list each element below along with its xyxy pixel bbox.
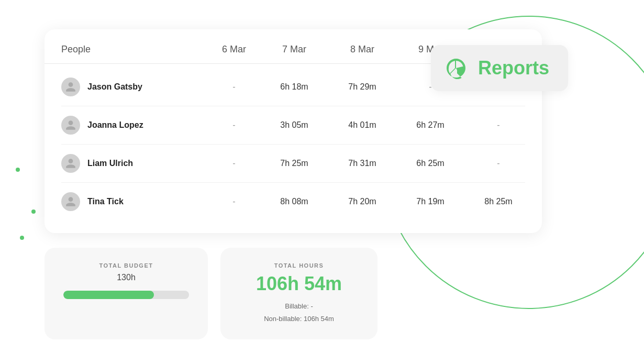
person-cell: Liam Ulrich [61,154,208,173]
time-cell-3: 6h 27m [396,120,464,130]
bottom-cards: TOTAL BUDGET 130h TOTAL HOURS 106h 54m B… [45,248,610,339]
time-cell-2: 7h 20m [328,197,396,206]
time-cell-0: - [208,82,260,92]
time-cell-1: 8h 08m [260,197,328,206]
hours-meta: Billable: - Non-billable: 106h 54m [239,300,359,325]
time-cell-4: 8h 25m [464,197,532,206]
reports-badge: Reports [431,45,568,91]
time-cell-3: 7h 19m [396,197,464,206]
time-cell-0: - [208,197,260,206]
dot-decoration-1 [16,168,20,172]
progress-bar-container [63,291,189,299]
col-people: People [61,44,208,55]
col-date-0: 6 Mar [208,44,260,55]
time-cell-1: 7h 25m [260,159,328,168]
total-hours-value: 106h 54m [239,273,359,295]
avatar [61,78,80,96]
col-date-2: 8 Mar [328,44,396,55]
time-cell-3: 6h 25m [396,159,464,168]
budget-label: TOTAL BUDGET [63,262,189,269]
table-row: Liam Ulrich -7h 25m7h 31m6h 25m- [61,145,525,183]
person-cell: Joanna Lopez [61,116,208,135]
avatar [61,116,80,135]
time-cell-0: - [208,159,260,168]
time-cell-2: 7h 29m [328,82,396,92]
person-cell: Jason Gatsby [61,78,208,96]
time-cell-1: 6h 18m [260,82,328,92]
budget-card: TOTAL BUDGET 130h [45,248,208,339]
reports-label: Reports [478,57,549,79]
hours-label: TOTAL HOURS [239,262,359,269]
table-row: Joanna Lopez -3h 05m4h 01m6h 27m- [61,106,525,145]
hours-card: TOTAL HOURS 106h 54m Billable: - Non-bil… [220,248,377,339]
content-area: Reports People 6 Mar 7 Mar 8 Mar 9 Mar 1… [34,14,610,339]
avatar [61,154,80,173]
person-cell: Tina Tick [61,192,208,211]
person-name: Tina Tick [87,197,124,206]
billable-line: Billable: - [239,300,359,312]
budget-value: 130h [63,273,189,282]
col-date-1: 7 Mar [260,44,328,55]
main-container: Reports People 6 Mar 7 Mar 8 Mar 9 Mar 1… [0,0,644,353]
dot-decoration-4 [20,236,24,240]
time-cell-2: 7h 31m [328,159,396,168]
table-row: Tina Tick -8h 08m7h 20m7h 19m8h 25m [61,183,525,220]
time-cell-1: 3h 05m [260,120,328,130]
avatar [61,192,80,211]
non-billable-line: Non-billable: 106h 54m [239,313,359,325]
person-name: Liam Ulrich [87,159,133,168]
time-cell-2: 4h 01m [328,120,396,130]
person-name: Jason Gatsby [87,82,142,92]
time-cell-4: - [464,120,532,130]
time-cell-0: - [208,120,260,130]
person-name: Joanna Lopez [87,120,143,130]
reports-icon [443,56,469,81]
time-cell-4: - [464,159,532,168]
progress-bar-fill [63,291,154,299]
